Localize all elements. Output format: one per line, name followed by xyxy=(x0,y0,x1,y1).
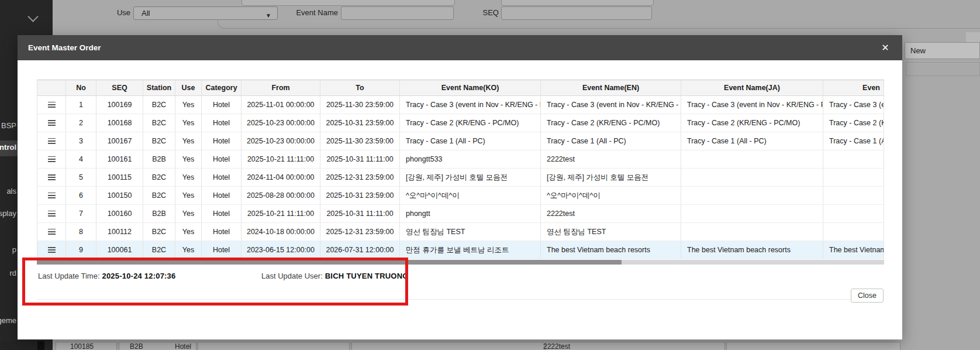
table-cell: B2B xyxy=(143,205,175,222)
sidebar-item-fragment[interactable]: als xyxy=(6,187,16,195)
table-cell: Tracy - Case 3 (ev xyxy=(823,96,884,114)
table-cell: The best Vietnam b xyxy=(823,241,884,259)
sidebar-item-fragment[interactable]: rd xyxy=(9,269,16,277)
chevron-down-icon: ▼ xyxy=(265,9,271,22)
drag-handle-icon[interactable] xyxy=(48,211,56,217)
sidebar-item-fragment[interactable]: BSP xyxy=(1,122,16,130)
close-button[interactable]: Close xyxy=(851,289,884,303)
table-cell: B2C xyxy=(143,223,175,241)
table-cell: 2024-10-18 00:00:00 xyxy=(241,223,320,241)
table-cell xyxy=(823,205,884,222)
table-cell: The best Vietnam beach resorts xyxy=(541,241,681,259)
table-cell: 100112 xyxy=(96,223,143,241)
drag-handle-icon[interactable] xyxy=(48,229,56,235)
table-cell: ^오^마^이^데^이 xyxy=(541,187,681,204)
table-cell: 2025-11-01 00:00:00 xyxy=(241,96,320,114)
table-cell: 7 xyxy=(66,205,96,222)
use-dropdown-value: All xyxy=(142,9,150,18)
table-row[interactable]: 8100112B2CYesHotel2024-10-18 00:00:00202… xyxy=(37,223,884,241)
background-input-partial xyxy=(501,0,654,6)
table-cell: Tracy - Case 1 (All - PC) xyxy=(541,132,681,150)
table-row[interactable]: 9100061B2CYesHotel2023-06-15 12:00:00202… xyxy=(37,241,884,259)
table-row[interactable]: 3100167B2CYesHotel2025-10-23 00:00:00202… xyxy=(37,132,884,150)
table-cell: Yes xyxy=(175,205,202,222)
table-cell: phongtt533 xyxy=(400,150,541,168)
table-cell: Tracy - Case 1 (All - PC) xyxy=(681,132,823,150)
event-name-input[interactable] xyxy=(341,6,454,20)
drag-handle-icon[interactable] xyxy=(48,193,56,198)
table-cell xyxy=(823,169,884,186)
table-cell: 2025-11-30 23:59:00 xyxy=(320,132,400,150)
table-cell: B2C xyxy=(143,169,175,186)
table-cell xyxy=(681,205,823,222)
table-cell: 2222test xyxy=(541,205,681,222)
table-cell: Tracy - Case 2 (KR/ENG - PC/MO) xyxy=(400,114,541,132)
table-cell: Tracy - Case 3 (event in Nov - KR/ENG - … xyxy=(681,96,823,114)
table-cell: 100061 xyxy=(96,241,143,259)
table-cell: Yes xyxy=(175,187,202,204)
table-row[interactable]: 6100150B2CYesHotel2025-08-28 00:00:00202… xyxy=(37,187,884,205)
table-cell: Yes xyxy=(175,169,202,186)
table-cell: 100168 xyxy=(96,114,143,132)
table-cell: Yes xyxy=(175,223,202,241)
new-button[interactable]: New xyxy=(905,42,980,59)
header-cell: SEQ xyxy=(96,80,143,95)
drag-handle-icon[interactable] xyxy=(48,174,56,180)
background-row-cell: 2222test xyxy=(543,342,570,350)
table-cell: Hotel xyxy=(202,150,241,168)
table-cell xyxy=(681,223,823,241)
table-cell: 2024-11-04 00:00:00 xyxy=(241,169,320,186)
table-cell: 2025-08-28 00:00:00 xyxy=(241,187,320,204)
sidebar-item-fragment[interactable]: p xyxy=(12,246,16,254)
table-cell: [강원, 제주] 가성비 호텔 모음전 xyxy=(541,169,681,186)
table-cell: 2025-10-31 11:11:00 xyxy=(320,150,400,168)
table-cell: Hotel xyxy=(202,187,241,204)
table-cell: Hotel xyxy=(202,132,241,150)
table-cell: B2C xyxy=(143,96,175,114)
table-cell: Yes xyxy=(175,241,202,259)
table-cell: ^오^마^이^데^이 xyxy=(400,187,541,204)
header-cell: Event Name(EN) xyxy=(541,80,681,95)
table-row[interactable]: 7100160B2BYesHotel2025-10-21 11:11:00202… xyxy=(37,205,884,223)
table-cell: 2025-10-21 11:11:00 xyxy=(241,150,320,168)
table-cell: B2C xyxy=(143,241,175,259)
table-cell: Hotel xyxy=(202,169,241,186)
drag-handle-icon[interactable] xyxy=(48,156,56,162)
table-cell xyxy=(681,150,823,168)
sidebar-item-fragment[interactable]: ntrol xyxy=(0,143,16,152)
sidebar-item-fragment[interactable]: ageme xyxy=(0,317,16,325)
table-row[interactable]: 4100161B2BYesHotel2025-10-21 11:11:00202… xyxy=(37,150,884,169)
table-cell: 6 xyxy=(66,187,96,204)
table-cell: 2025-10-31 11:11:00 xyxy=(320,205,400,222)
table-cell: 영선 팀장님 TEST xyxy=(541,223,681,241)
table-cell: 2025-10-23 00:00:00 xyxy=(241,114,320,132)
close-icon[interactable]: ✕ xyxy=(879,42,891,54)
table-cell: 2 xyxy=(66,114,96,132)
chevron-down-icon[interactable] xyxy=(27,11,38,22)
drag-handle-icon[interactable] xyxy=(48,102,56,108)
drag-handle-icon[interactable] xyxy=(48,247,56,253)
table-cell: 2025-10-23 00:00:00 xyxy=(241,132,320,150)
drag-handle-icon[interactable] xyxy=(48,138,56,144)
background-row-cell: 100185 xyxy=(70,342,94,350)
background-row-cell: B2B xyxy=(130,342,143,350)
table-cell: B2C xyxy=(143,132,175,150)
table-cell xyxy=(823,150,884,168)
table-cell xyxy=(681,187,823,204)
header-cell xyxy=(37,80,66,95)
header-cell: No xyxy=(66,80,96,95)
seq-input[interactable] xyxy=(501,6,652,20)
drag-handle-icon[interactable] xyxy=(48,120,56,126)
table-row[interactable]: 5100115B2CYesHotel2024-11-04 00:00:00202… xyxy=(37,169,884,187)
header-cell: Station xyxy=(143,80,175,95)
table-cell: 2025-10-21 11:11:00 xyxy=(241,205,320,222)
sidebar-item-fragment[interactable]: splay xyxy=(0,210,16,218)
use-dropdown[interactable]: All ▼ xyxy=(133,6,278,20)
table-cell: 100167 xyxy=(96,132,143,150)
table-cell: Tracy - Case 1 (All xyxy=(823,132,884,150)
table-row[interactable]: 2100168B2CYesHotel2025-10-23 00:00:00202… xyxy=(37,114,884,132)
background-input-partial xyxy=(241,0,455,6)
table-row[interactable]: 1100169B2CYesHotel2025-11-01 00:00:00202… xyxy=(37,96,884,114)
modal-title: Event Master Order xyxy=(28,35,101,60)
table-cell: 2222test xyxy=(541,150,681,168)
